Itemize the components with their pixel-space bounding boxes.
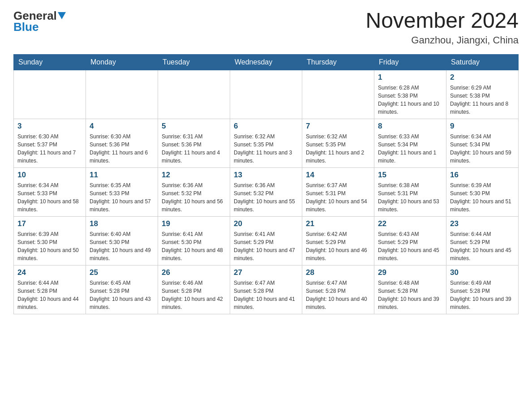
day-number: 2 <box>450 73 515 82</box>
day-number: 1 <box>378 73 442 82</box>
calendar-cell: 12Sunrise: 6:36 AM Sunset: 5:32 PM Dayli… <box>158 167 230 216</box>
calendar-cell: 15Sunrise: 6:38 AM Sunset: 5:31 PM Dayli… <box>374 167 446 216</box>
day-info: Sunrise: 6:34 AM Sunset: 5:34 PM Dayligh… <box>450 133 515 165</box>
day-number: 6 <box>234 122 298 131</box>
calendar-cell: 17Sunrise: 6:39 AM Sunset: 5:30 PM Dayli… <box>14 216 86 265</box>
day-of-week-monday: Monday <box>86 54 158 70</box>
day-number: 21 <box>306 219 370 228</box>
location-title: Ganzhou, Jiangxi, China <box>365 34 519 46</box>
day-number: 22 <box>378 219 442 228</box>
day-info: Sunrise: 6:41 AM Sunset: 5:30 PM Dayligh… <box>162 230 226 262</box>
calendar-cell: 22Sunrise: 6:43 AM Sunset: 5:29 PM Dayli… <box>374 216 446 265</box>
day-info: Sunrise: 6:30 AM Sunset: 5:37 PM Dayligh… <box>17 133 82 165</box>
day-info: Sunrise: 6:39 AM Sunset: 5:30 PM Dayligh… <box>17 230 82 262</box>
calendar-cell: 19Sunrise: 6:41 AM Sunset: 5:30 PM Dayli… <box>158 216 230 265</box>
calendar-cell: 13Sunrise: 6:36 AM Sunset: 5:32 PM Dayli… <box>230 167 302 216</box>
logo: General Blue <box>13 9 66 34</box>
calendar-cell: 8Sunrise: 6:33 AM Sunset: 5:34 PM Daylig… <box>374 119 446 167</box>
day-number: 7 <box>306 122 370 131</box>
calendar-cell: 3Sunrise: 6:30 AM Sunset: 5:37 PM Daylig… <box>14 119 86 167</box>
day-of-week-tuesday: Tuesday <box>158 54 230 70</box>
day-number: 10 <box>17 171 82 180</box>
logo-triangle-icon <box>58 12 66 22</box>
calendar-cell: 5Sunrise: 6:31 AM Sunset: 5:36 PM Daylig… <box>158 119 230 167</box>
day-info: Sunrise: 6:43 AM Sunset: 5:29 PM Dayligh… <box>378 230 442 262</box>
day-info: Sunrise: 6:39 AM Sunset: 5:30 PM Dayligh… <box>450 181 515 214</box>
day-info: Sunrise: 6:48 AM Sunset: 5:28 PM Dayligh… <box>378 279 442 311</box>
day-number: 12 <box>162 171 226 180</box>
day-info: Sunrise: 6:42 AM Sunset: 5:29 PM Dayligh… <box>306 230 370 262</box>
header: General Blue November 2024 Ganzhou, Jian… <box>13 9 519 46</box>
day-info: Sunrise: 6:46 AM Sunset: 5:28 PM Dayligh… <box>162 279 226 311</box>
day-number: 3 <box>17 122 82 131</box>
day-number: 11 <box>90 171 154 180</box>
day-number: 16 <box>450 171 515 180</box>
day-number: 13 <box>234 171 298 180</box>
calendar-cell: 6Sunrise: 6:32 AM Sunset: 5:35 PM Daylig… <box>230 119 302 167</box>
day-info: Sunrise: 6:31 AM Sunset: 5:36 PM Dayligh… <box>162 133 226 165</box>
calendar-cell: 10Sunrise: 6:34 AM Sunset: 5:33 PM Dayli… <box>14 167 86 216</box>
day-info: Sunrise: 6:32 AM Sunset: 5:35 PM Dayligh… <box>234 133 298 165</box>
day-info: Sunrise: 6:29 AM Sunset: 5:38 PM Dayligh… <box>450 84 515 116</box>
calendar-cell: 24Sunrise: 6:44 AM Sunset: 5:28 PM Dayli… <box>14 265 86 314</box>
logo-blue-text: Blue <box>13 20 39 34</box>
day-number: 25 <box>90 268 154 277</box>
day-number: 26 <box>162 268 226 277</box>
calendar-cell: 25Sunrise: 6:45 AM Sunset: 5:28 PM Dayli… <box>86 265 158 314</box>
day-of-week-wednesday: Wednesday <box>230 54 302 70</box>
month-title: November 2024 <box>365 9 519 33</box>
day-number: 14 <box>306 171 370 180</box>
calendar-cell: 11Sunrise: 6:35 AM Sunset: 5:33 PM Dayli… <box>86 167 158 216</box>
day-number: 24 <box>17 268 82 277</box>
header-row: SundayMondayTuesdayWednesdayThursdayFrid… <box>14 54 519 70</box>
calendar-cell: 1Sunrise: 6:28 AM Sunset: 5:38 PM Daylig… <box>374 70 446 119</box>
calendar-cell: 26Sunrise: 6:46 AM Sunset: 5:28 PM Dayli… <box>158 265 230 314</box>
day-info: Sunrise: 6:44 AM Sunset: 5:28 PM Dayligh… <box>17 279 82 311</box>
day-number: 23 <box>450 219 515 228</box>
day-info: Sunrise: 6:35 AM Sunset: 5:33 PM Dayligh… <box>90 181 154 214</box>
week-row-5: 24Sunrise: 6:44 AM Sunset: 5:28 PM Dayli… <box>14 265 519 314</box>
calendar-cell: 27Sunrise: 6:47 AM Sunset: 5:28 PM Dayli… <box>230 265 302 314</box>
calendar-cell: 4Sunrise: 6:30 AM Sunset: 5:36 PM Daylig… <box>86 119 158 167</box>
day-number: 19 <box>162 219 226 228</box>
day-info: Sunrise: 6:37 AM Sunset: 5:31 PM Dayligh… <box>306 181 370 214</box>
day-number: 15 <box>378 171 442 180</box>
day-info: Sunrise: 6:36 AM Sunset: 5:32 PM Dayligh… <box>234 181 298 214</box>
day-info: Sunrise: 6:41 AM Sunset: 5:29 PM Dayligh… <box>234 230 298 262</box>
calendar-cell: 14Sunrise: 6:37 AM Sunset: 5:31 PM Dayli… <box>302 167 374 216</box>
calendar-cell: 21Sunrise: 6:42 AM Sunset: 5:29 PM Dayli… <box>302 216 374 265</box>
day-info: Sunrise: 6:33 AM Sunset: 5:34 PM Dayligh… <box>378 133 442 165</box>
day-info: Sunrise: 6:30 AM Sunset: 5:36 PM Dayligh… <box>90 133 154 165</box>
calendar-cell <box>158 70 230 119</box>
calendar-cell <box>302 70 374 119</box>
day-info: Sunrise: 6:47 AM Sunset: 5:28 PM Dayligh… <box>234 279 298 311</box>
calendar-cell <box>86 70 158 119</box>
week-row-3: 10Sunrise: 6:34 AM Sunset: 5:33 PM Dayli… <box>14 167 519 216</box>
calendar-cell: 28Sunrise: 6:47 AM Sunset: 5:28 PM Dayli… <box>302 265 374 314</box>
calendar-header: SundayMondayTuesdayWednesdayThursdayFrid… <box>14 54 519 70</box>
day-info: Sunrise: 6:45 AM Sunset: 5:28 PM Dayligh… <box>90 279 154 311</box>
svg-marker-0 <box>58 12 66 19</box>
calendar-cell: 29Sunrise: 6:48 AM Sunset: 5:28 PM Dayli… <box>374 265 446 314</box>
day-info: Sunrise: 6:47 AM Sunset: 5:28 PM Dayligh… <box>306 279 370 311</box>
day-number: 5 <box>162 122 226 131</box>
week-row-4: 17Sunrise: 6:39 AM Sunset: 5:30 PM Dayli… <box>14 216 519 265</box>
calendar-cell: 2Sunrise: 6:29 AM Sunset: 5:38 PM Daylig… <box>446 70 519 119</box>
day-info: Sunrise: 6:28 AM Sunset: 5:38 PM Dayligh… <box>378 84 442 116</box>
day-info: Sunrise: 6:38 AM Sunset: 5:31 PM Dayligh… <box>378 181 442 214</box>
calendar-cell: 30Sunrise: 6:49 AM Sunset: 5:28 PM Dayli… <box>446 265 519 314</box>
day-info: Sunrise: 6:49 AM Sunset: 5:28 PM Dayligh… <box>450 279 515 311</box>
calendar-cell: 9Sunrise: 6:34 AM Sunset: 5:34 PM Daylig… <box>446 119 519 167</box>
week-row-2: 3Sunrise: 6:30 AM Sunset: 5:37 PM Daylig… <box>14 119 519 167</box>
day-info: Sunrise: 6:32 AM Sunset: 5:35 PM Dayligh… <box>306 133 370 165</box>
calendar-cell: 7Sunrise: 6:32 AM Sunset: 5:35 PM Daylig… <box>302 119 374 167</box>
day-number: 20 <box>234 219 298 228</box>
day-number: 30 <box>450 268 515 277</box>
day-number: 9 <box>450 122 515 131</box>
day-info: Sunrise: 6:40 AM Sunset: 5:30 PM Dayligh… <box>90 230 154 262</box>
calendar-cell: 20Sunrise: 6:41 AM Sunset: 5:29 PM Dayli… <box>230 216 302 265</box>
week-row-1: 1Sunrise: 6:28 AM Sunset: 5:38 PM Daylig… <box>14 70 519 119</box>
title-area: November 2024 Ganzhou, Jiangxi, China <box>365 9 519 46</box>
calendar-cell <box>230 70 302 119</box>
day-number: 27 <box>234 268 298 277</box>
